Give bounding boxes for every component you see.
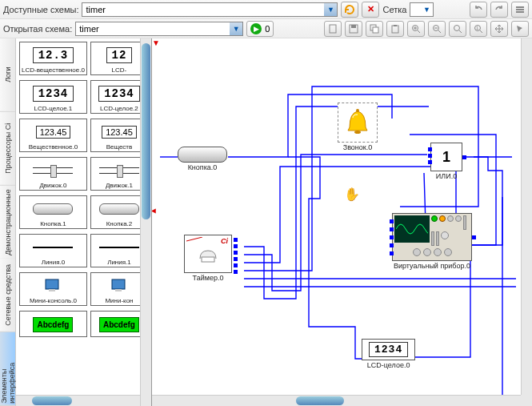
- element-palette: 12.3LCD-вещественное.012LCD-1234LCD-цело…: [16, 38, 152, 406]
- available-schemes-input[interactable]: [82, 3, 324, 16]
- node-timer[interactable]: Ci Таймер.0: [184, 235, 232, 282]
- play-icon: ▶: [250, 23, 262, 34]
- svg-line-15: [438, 30, 441, 33]
- copy-button[interactable]: [366, 21, 383, 37]
- available-schemes-label: Доступные схемы:: [3, 5, 78, 14]
- chevron-down-icon[interactable]: ▼: [324, 3, 337, 16]
- svg-text:1: 1: [476, 26, 479, 30]
- node-lcd-label: LCD-целое.0: [367, 361, 410, 369]
- svg-rect-8: [392, 26, 398, 33]
- svg-point-29: [354, 131, 361, 134]
- tab-network[interactable]: Сетевые средства: [0, 259, 15, 332]
- chevron-down-icon[interactable]: ▼: [230, 22, 242, 35]
- zoom-in-button[interactable]: [407, 21, 425, 37]
- delete-button[interactable]: ✕: [362, 2, 379, 18]
- new-button[interactable]: [324, 21, 342, 37]
- ruler-marker-v: ▼: [152, 207, 158, 215]
- tab-processors[interactable]: Процессоры Ci: [0, 112, 15, 186]
- toolbar-available: Доступные схемы: ▼ ✕ Сетка ▼: [0, 0, 532, 19]
- svg-line-27: [186, 237, 202, 241]
- svg-rect-3: [330, 25, 336, 33]
- node-scope-label: Виртуальный прибор.0: [394, 262, 470, 270]
- svg-rect-7: [373, 27, 378, 33]
- timer-badge: Ci: [221, 237, 228, 245]
- node-or[interactable]: 1 ИЛИ.0: [430, 143, 462, 180]
- diagram-canvas[interactable]: ▼ ▼: [152, 38, 521, 395]
- zoom-out-button[interactable]: [428, 21, 446, 37]
- node-bell[interactable]: Звонок.0: [338, 103, 378, 151]
- node-bell-label: Звонок.0: [343, 143, 373, 151]
- palette-vscroll[interactable]: [140, 38, 151, 406]
- svg-rect-23: [49, 289, 55, 291]
- settings-button[interactable]: [511, 2, 529, 18]
- node-timer-label: Таймер.0: [193, 274, 224, 282]
- svg-line-20: [480, 30, 482, 33]
- undo-button[interactable]: [470, 2, 487, 18]
- toolbar-open: Открытая схема: ▼ ▶ 0 1: [0, 19, 532, 38]
- canvas-area: ▼ ▼: [152, 38, 532, 406]
- svg-line-18: [459, 30, 462, 33]
- open-scheme-label: Открытая схема:: [3, 24, 72, 34]
- or-text: 1: [442, 149, 450, 166]
- available-schemes-combo[interactable]: ▼: [82, 2, 338, 17]
- svg-rect-2: [516, 11, 524, 13]
- run-counter[interactable]: ▶ 0: [246, 21, 274, 37]
- node-scope[interactable]: Виртуальный прибор.0: [392, 213, 472, 270]
- palette-hscroll[interactable]: [16, 395, 140, 406]
- node-button-label: Кнопка.0: [188, 163, 218, 171]
- zoom-fit-button[interactable]: [449, 21, 466, 37]
- node-lcd[interactable]: 1234 LCD-целое.0: [362, 339, 415, 369]
- paste-button[interactable]: [386, 21, 404, 37]
- svg-rect-24: [112, 279, 125, 289]
- tab-logi[interactable]: Логи: [0, 38, 15, 112]
- counter-value: 0: [265, 24, 270, 34]
- palette-item-4[interactable]: 123.45Вещественное.0: [19, 119, 87, 152]
- save-button[interactable]: [345, 21, 362, 37]
- pointer-button[interactable]: [511, 21, 529, 37]
- redo-button[interactable]: [490, 2, 508, 18]
- waveform-icon: [396, 219, 428, 239]
- svg-point-17: [454, 25, 460, 30]
- tab-demo[interactable]: Демонстрационные: [0, 186, 15, 259]
- category-tabs: Логи Процессоры Ci Демонстрационные Сете…: [0, 38, 16, 406]
- palette-item-2[interactable]: 1234LCD-целое.1: [19, 80, 87, 114]
- svg-rect-0: [516, 6, 524, 8]
- palette-item-0[interactable]: 12.3LCD-вещественное.0: [19, 42, 87, 75]
- svg-rect-9: [394, 25, 397, 26]
- open-scheme-combo[interactable]: ▼: [75, 22, 243, 36]
- palette-item-6[interactable]: Движок.0: [19, 157, 87, 191]
- node-button[interactable]: Кнопка.0: [178, 147, 227, 171]
- bell-icon: [342, 107, 374, 139]
- refresh-button[interactable]: [341, 2, 358, 18]
- pan-button[interactable]: [490, 21, 508, 37]
- svg-rect-5: [351, 25, 356, 28]
- svg-line-11: [418, 30, 420, 33]
- palette-item-14[interactable]: Abcdefg: [19, 311, 87, 337]
- hand-cursor-icon: ✋: [344, 187, 360, 202]
- svg-rect-22: [46, 279, 58, 289]
- palette-item-10[interactable]: Линия.0: [19, 234, 87, 267]
- svg-rect-26: [202, 257, 214, 262]
- lcd-value: 1234: [369, 342, 408, 357]
- grid-label: Сетка: [382, 5, 406, 14]
- ruler-marker-h: ▼: [152, 38, 160, 47]
- open-scheme-input[interactable]: [76, 22, 230, 35]
- node-or-label: ИЛИ.0: [436, 172, 457, 180]
- svg-rect-1: [516, 9, 524, 10]
- palette-item-8[interactable]: Кнопка.1: [19, 195, 87, 229]
- grid-size-input[interactable]: ▼: [410, 2, 434, 17]
- zoom-actual-button[interactable]: 1: [470, 21, 487, 37]
- canvas-hscroll[interactable]: [152, 395, 521, 406]
- svg-point-28: [356, 109, 359, 112]
- svg-rect-25: [115, 289, 122, 291]
- canvas-vscroll[interactable]: [521, 38, 532, 395]
- palette-item-12[interactable]: Мини-консоль.0: [19, 272, 87, 306]
- tab-ui-elements[interactable]: Элементы интерфейса: [0, 332, 15, 406]
